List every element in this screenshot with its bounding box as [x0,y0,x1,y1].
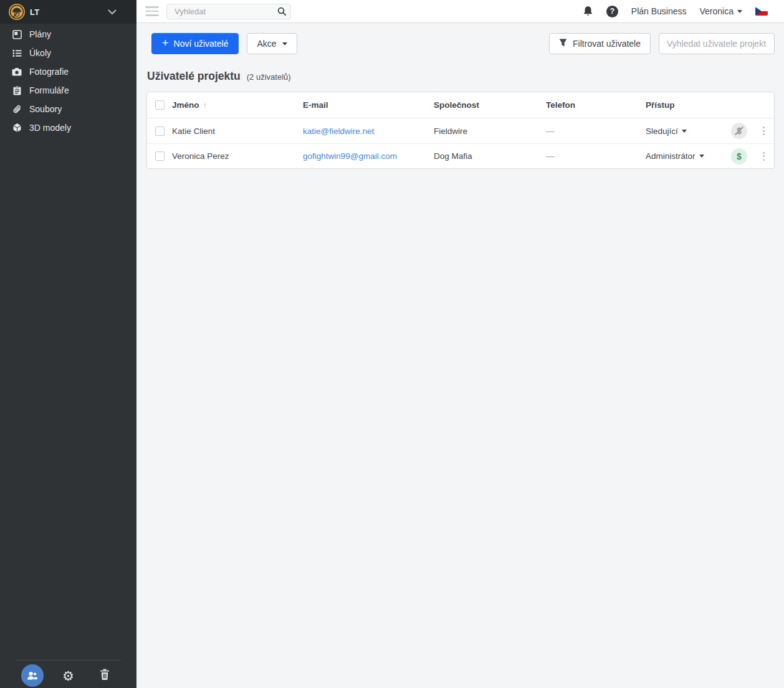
hamburger-menu-icon[interactable] [145,6,159,16]
tasks-icon [12,48,22,58]
column-header-email[interactable]: E-mail [303,100,434,110]
main-content: + Noví uživatelé Akce Filtrovat uživatel… [136,23,784,688]
filter-icon [559,39,567,49]
sidebar-item-tasks[interactable]: Úkoly [0,44,136,62]
search-icon[interactable] [277,7,286,18]
sidebar-item-label: Plány [29,29,51,39]
table-header-row: Jméno↑ E-mail Společnost Telefon Přístup [147,92,774,118]
sidebar-item-label: Soubory [29,104,62,114]
user-menu[interactable]: Veronica [700,6,742,16]
models-icon [12,123,22,133]
user-company-cell: Dog Mafia [434,151,546,161]
project-user-search [659,33,775,54]
help-icon[interactable]: ? [606,6,618,17]
dollar-slash-icon[interactable]: $ [731,123,747,139]
row-menu-icon[interactable] [760,150,767,163]
sidebar-item-label: Fotografie [29,67,69,77]
photos-icon [12,67,22,77]
sidebar: LT Plány Úkoly Fotog [0,0,136,688]
sidebar-item-label: Úkoly [29,48,51,58]
toolbar: + Noví uživatelé Akce Filtrovat uživatel… [146,33,775,54]
fieldwire-logo-icon [9,4,25,20]
actions-dropdown-button[interactable]: Akce [247,33,297,54]
row-menu-icon[interactable] [760,124,767,138]
users-icon [21,664,44,687]
row-checkbox[interactable] [155,127,165,136]
chevron-down-icon [682,130,687,133]
sidebar-footer-divider [16,660,121,661]
column-header-phone[interactable]: Telefon [546,100,646,110]
trash-icon [100,669,110,682]
project-users-button[interactable] [21,664,44,687]
topbar: ? Plán Business Veronica [136,0,784,23]
user-company-cell: Fieldwire [434,127,546,136]
user-phone-cell: — [546,151,646,161]
notifications-bell-icon[interactable] [583,6,593,17]
new-users-button[interactable]: + Noví uživatelé [151,33,239,54]
page-head: Uživatelé projektu (2 uživatelů) [147,70,775,83]
user-name-cell: Katie Client [172,127,303,136]
project-settings-button[interactable]: ⚙ [57,664,80,687]
sidebar-footer: ⚙ [0,660,136,688]
global-search-input[interactable] [166,4,291,19]
chevron-down-icon [737,10,742,13]
row-checkbox[interactable] [155,151,165,161]
sidebar-item-3d-models[interactable]: 3D modely [0,118,136,137]
plan-business-link[interactable]: Plán Business [631,6,687,16]
chevron-down-icon[interactable] [108,9,117,15]
users-table: Jméno↑ E-mail Společnost Telefon Přístup… [146,92,775,169]
user-name: Veronica [700,6,734,16]
sidebar-item-label: Formuláře [29,85,69,95]
column-header-name[interactable]: Jméno↑ [172,100,303,110]
sidebar-nav: Plány Úkoly Fotografie Formuláře [0,24,136,137]
dollar-icon[interactable]: $ [731,148,747,165]
access-dropdown[interactable]: Administrátor [646,151,704,161]
column-header-company[interactable]: Společnost [434,100,546,110]
user-email-link[interactable]: gofightwin99@gmail.com [303,151,397,161]
files-icon [12,104,22,114]
project-user-search-input[interactable] [659,33,775,54]
user-name-cell: Veronica Perez [172,151,303,161]
forms-icon [12,85,22,95]
project-code: LT [30,7,108,17]
user-count: (2 uživatelů) [247,72,291,82]
sidebar-item-files[interactable]: Soubory [0,100,136,118]
sidebar-item-plans[interactable]: Plány [0,25,136,44]
gear-icon: ⚙ [62,669,74,682]
plans-icon [12,29,22,39]
access-dropdown[interactable]: Sledující [646,127,687,136]
column-header-access[interactable]: Přístup [646,100,725,110]
user-phone-cell: — [546,127,646,136]
table-row: Veronica Perez gofightwin99@gmail.com Do… [147,143,774,168]
filter-users-button[interactable]: Filtrovat uživatele [549,33,651,54]
chevron-down-icon [282,42,287,45]
sort-asc-icon: ↑ [203,100,208,110]
sidebar-item-photos[interactable]: Fotografie [0,62,136,81]
czech-flag-icon[interactable] [755,7,768,16]
user-email-link[interactable]: katie@fieldwire.net [303,127,374,136]
plus-icon: + [162,37,169,49]
chevron-down-icon [699,155,704,158]
project-trash-button[interactable] [93,664,116,687]
table-row: Katie Client katie@fieldwire.net Fieldwi… [147,118,774,143]
global-search [166,4,291,19]
page-title: Uživatelé projektu [147,70,241,83]
app-window: LT Plány Úkoly Fotog [0,0,784,688]
project-switcher[interactable]: LT [0,0,136,24]
sidebar-item-forms[interactable]: Formuláře [0,81,136,100]
select-all-checkbox[interactable] [155,100,165,110]
sidebar-item-label: 3D modely [29,123,71,133]
